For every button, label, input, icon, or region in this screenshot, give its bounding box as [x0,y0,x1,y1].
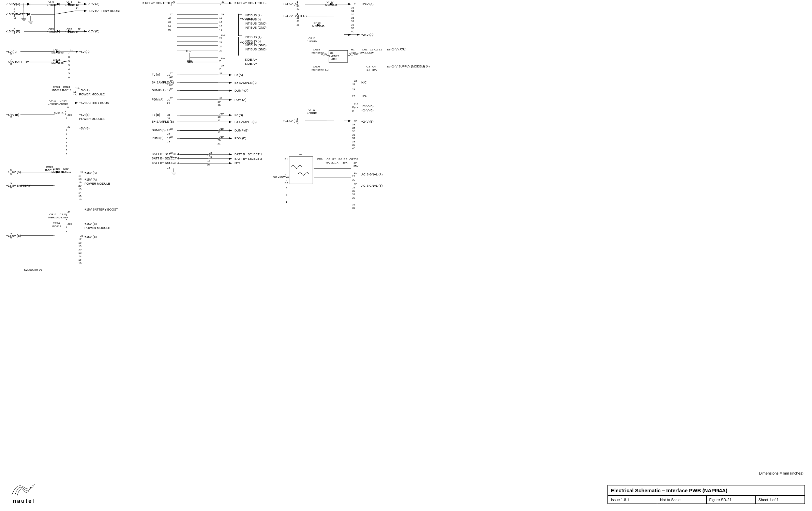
svg-text:1: 1 [297,117,298,120]
svg-text:-15V (B): -15V (B) [88,30,100,33]
svg-text:1N5819: 1N5819 [48,102,58,105]
svg-text:+24V (A): +24V (A) [361,33,374,36]
svg-text:7: 7 [219,60,221,63]
svg-text:C1: C1 [370,48,374,51]
svg-text:J9: J9 [219,72,222,75]
issue-cell: Issue 1.8.1 [608,496,657,504]
svg-text:7: 7 [68,51,70,54]
svg-text:U1: U1 [330,51,334,55]
svg-text:24: 24 [219,45,222,48]
svg-text:+24.7V BATTERY: +24.7V BATTERY [283,14,307,18]
svg-marker-314 [229,158,232,160]
svg-marker-305 [229,153,232,155]
schematic-area: text { font-family: Arial, sans-serif; f… [0,0,812,511]
svg-text:31: 31 [352,203,355,206]
svg-text:B+ SAMPLE (A): B+ SAMPLE (A) [235,81,257,84]
svg-marker-182 [229,2,232,4]
figure-cell: Figure SD-21 [707,496,756,504]
svg-text:2.5W: 2.5W [350,51,357,54]
svg-text:BATT B+ SELECT 2: BATT B+ SELECT 2 [235,157,262,160]
svg-text:J3: J3 [209,151,212,154]
svg-text:1N5819: 1N5819 [58,102,68,105]
svg-text:J8: J8 [170,127,173,130]
svg-text:J8: J8 [170,135,173,138]
svg-text:CR1: CR1 [362,48,368,51]
svg-text:N/C: N/C [361,81,367,84]
svg-text:14: 14 [219,29,222,32]
svg-marker-275 [229,121,232,123]
svg-text:INT BUS (-): INT BUS (-) [245,40,261,43]
svg-text:J10: J10 [67,222,72,226]
svg-text:15: 15 [219,25,222,28]
sheet-cell: Sheet 1 of 1 [756,496,805,504]
svg-text:POWER MODULE: POWER MODULE [85,182,110,185]
svg-text:B+ SAMPLE (B): B+ SAMPLE (B) [152,120,174,123]
svg-text:1N5819: 1N5819 [54,112,64,115]
svg-text:5: 5 [10,168,12,171]
svg-text:S2050029  V1: S2050029 V1 [24,268,43,272]
svg-text:BATT B+ SELECT 2: BATT B+ SELECT 2 [152,157,179,160]
svg-text:15: 15 [167,161,170,165]
svg-text:+15V (A): +15V (A) [85,171,97,174]
svg-text:2: 2 [286,193,287,197]
svg-text:33: 33 [351,6,354,9]
svg-text:J7: J7 [170,13,173,16]
svg-text:J10: J10 [354,107,358,110]
svg-marker-502 [348,34,351,36]
svg-text:4: 4 [14,32,15,35]
svg-marker-495 [27,3,30,5]
svg-text:12: 12 [76,31,79,34]
svg-text:5: 5 [10,232,12,235]
svg-text:J3: J3 [209,156,212,159]
svg-marker-242 [229,82,232,84]
svg-text:22: 22 [168,16,171,19]
svg-text:35V: 35V [354,165,359,168]
svg-text:+15V (B): +15V (B) [85,222,97,226]
svg-text:C4: C4 [372,65,376,68]
svg-text:19: 19 [217,100,221,103]
scale-cell: Not to Scale [657,496,706,504]
svg-text:8: 8 [10,52,12,55]
nautel-logo: nautel [3,477,44,508]
svg-text:TP1: TP1 [186,49,191,52]
svg-text:J3: J3 [354,79,357,82]
svg-marker-35 [84,10,87,12]
svg-text:+24V (B): +24V (B) [361,109,374,112]
svg-text:J10: J10 [221,56,225,59]
svg-text:J1: J1 [78,0,81,3]
svg-text:8: 8 [10,62,12,65]
svg-text:SIDE A +: SIDE A + [245,62,257,65]
svg-text:5: 5 [10,182,12,185]
svg-text:E2: E2 [285,182,288,185]
svg-text:DUMP (A): DUMP (A) [152,89,166,92]
svg-text:1N5819: 1N5819 [51,89,61,92]
svg-text:40: 40 [352,147,355,150]
svg-text:E1: E1 [285,158,288,161]
svg-text:CR9: CR9 [63,167,69,170]
svg-text:34: 34 [351,10,354,13]
svg-text:+5V (A): +5V (A) [79,50,90,53]
svg-text:8: 8 [68,56,70,59]
svg-text:AC SIGNAL (B): AC SIGNAL (B) [361,184,382,187]
svg-text:32: 32 [352,206,355,210]
svg-text:1.0: 1.0 [366,68,371,72]
svg-text:B+ SAMPLE (B): B+ SAMPLE (B) [235,120,257,124]
svg-text:-15V (A): -15V (A) [88,2,100,6]
svg-text:J8: J8 [167,113,170,117]
svg-text:13: 13 [167,84,170,87]
svg-text:CR18: CR18 [313,48,320,51]
svg-text:6: 6 [10,172,12,175]
svg-text:9: 9 [68,60,70,63]
svg-text:39: 39 [352,143,355,146]
svg-text:6: 6 [66,153,67,156]
svg-marker-362 [357,34,360,36]
svg-text:R2: R2 [332,158,336,161]
svg-text:4: 4 [220,3,222,6]
svg-text:7: 7 [10,111,12,114]
svg-text:23: 23 [168,20,171,24]
svg-text:11: 11 [217,119,221,122]
svg-text:+24.5V (B): +24.5V (B) [283,119,298,123]
svg-text:J8: J8 [170,151,173,154]
svg-text:14: 14 [78,191,81,194]
svg-text:+24V (ATU): +24V (ATU) [390,48,406,51]
